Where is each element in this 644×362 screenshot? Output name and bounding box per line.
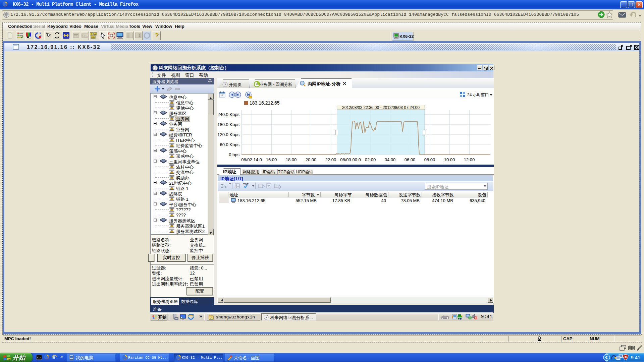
svg-text:C: C [91, 33, 92, 35]
svg-text:e: e [52, 354, 55, 360]
svg-text:A: A [94, 33, 96, 35]
svg-text:123: 123 [235, 186, 239, 188]
svg-text:hp: hp [459, 317, 462, 320]
svg-text:DEL: DEL [91, 36, 96, 39]
svg-text:C:\: C:\ [37, 356, 41, 359]
svg-text:TOP: TOP [243, 183, 249, 186]
